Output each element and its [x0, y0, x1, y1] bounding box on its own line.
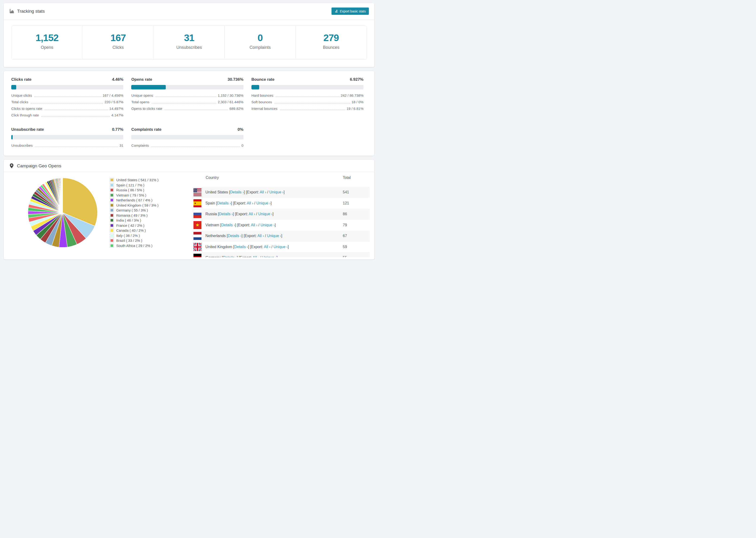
details-link[interactable]: Details ›: [217, 201, 231, 205]
export-all-link[interactable]: All ›: [253, 256, 259, 257]
geo-opens-card: Campaign Geo Opens United States ( 541 /…: [4, 160, 374, 259]
export-all-link[interactable]: All ›: [251, 223, 257, 227]
legend-swatch: [110, 188, 114, 192]
export-unique-link[interactable]: Unique ›: [267, 234, 281, 238]
rate-progress-bar: [11, 135, 123, 139]
dashboard-page: Tracking stats Export basic stats 1,152O…: [0, 0, 378, 262]
rate-stat-label: Total clicks: [11, 100, 28, 104]
country-name: Netherlands: [205, 234, 227, 238]
geo-table-row: Russia [Details ›] [Export: All › / Uniq…: [192, 209, 370, 220]
rate-stat-line: Unique clicks167 / 4.456%: [11, 93, 123, 98]
export-unique-link[interactable]: Unique ›: [256, 201, 270, 205]
export-all-link[interactable]: All ›: [247, 201, 253, 205]
summary-strip: 1,152Opens167Clicks31Unsubscribes0Compla…: [11, 26, 367, 60]
legend-swatch-fill: [111, 204, 113, 207]
rate-stat-line: Internal bounces19 / 6.81%: [251, 106, 363, 111]
dotted-leader: [34, 96, 101, 97]
rate-stat-value: 18 / 0%: [351, 100, 363, 104]
total-cell: 79: [343, 223, 370, 227]
summary-label: Clicks: [82, 45, 153, 50]
export-unique-link[interactable]: Unique ›: [274, 245, 288, 249]
details-link[interactable]: Details ›: [228, 234, 242, 238]
rate-title: Complaints rate: [131, 127, 161, 132]
legend-label: Brazil ( 33 / 2% ): [116, 239, 142, 242]
rate-progress-fill: [11, 135, 13, 139]
legend-label: Canada ( 40 / 2% ): [116, 228, 146, 232]
legend-item: Italy ( 36 / 2% ): [110, 233, 158, 238]
country-name: United Kingdom: [205, 245, 233, 249]
rate-stat-line: Click through rate4.147%: [11, 113, 123, 117]
details-link[interactable]: Details ›: [234, 245, 248, 249]
geo-table-row: United Kingdom [Details ›] [Export: All …: [192, 242, 370, 252]
legend-swatch-fill: [111, 194, 113, 196]
rate-block-unsubscribe-rate: Unsubscribe rate0.77%Unsubscribes31: [11, 127, 123, 148]
rate-progress-fill: [11, 85, 16, 89]
summary-label: Bounces: [296, 45, 366, 50]
rate-block-bounce-rate: Bounce rate6.927%Hard bounces242 / 86.73…: [251, 77, 363, 117]
geo-opens-table: CountryTotalUnited States [Details ›] [E…: [192, 172, 370, 257]
rate-stat-value: 167 / 4.456%: [103, 93, 123, 98]
country-cell: United Kingdom [Details ›] [Export: All …: [205, 245, 343, 249]
bar-chart-icon: [9, 9, 14, 14]
legend-swatch-fill: [111, 209, 113, 211]
legend-swatch: [110, 234, 114, 238]
export-all-link[interactable]: All ›: [264, 245, 270, 249]
vn-flag-icon: [193, 221, 201, 229]
export-all-link[interactable]: All ›: [257, 234, 264, 238]
legend-label: Italy ( 36 / 2% ): [116, 234, 140, 238]
legend-label: Romania ( 49 / 3% ): [116, 213, 147, 217]
rate-title: Unsubscribe rate: [11, 127, 44, 132]
total-cell: 86: [343, 212, 370, 216]
country-cell: United States [Details ›] [Export: All ›…: [205, 190, 343, 194]
rate-progress-bar: [131, 85, 243, 89]
rate-stat-label: Unique opens: [131, 93, 153, 98]
legend-swatch-fill: [111, 184, 113, 187]
dotted-leader: [151, 146, 240, 147]
rate-stat-value: 0: [242, 143, 243, 148]
rate-progress-bar: [11, 85, 123, 89]
legend-item: Romania ( 49 / 3% ): [110, 213, 158, 218]
export-unique-link[interactable]: Unique ›: [261, 223, 275, 227]
rate-stat-value: 31: [120, 143, 124, 148]
details-link[interactable]: Details ›: [223, 256, 237, 257]
rate-block-clicks-rate: Clicks rate4.46%Unique clicks167 / 4.456…: [11, 77, 123, 117]
legend-label: Russia ( 86 / 5% ): [116, 188, 144, 192]
details-link[interactable]: Details ›: [230, 190, 244, 194]
export-all-link[interactable]: All ›: [260, 190, 266, 194]
rate-stat-label: Internal bounces: [251, 106, 278, 111]
legend-swatch: [110, 193, 114, 197]
legend-swatch: [110, 239, 114, 242]
rates-card: Clicks rate4.46%Unique clicks167 / 4.456…: [4, 71, 374, 156]
summary-value: 0: [225, 32, 296, 43]
rate-lines: Unsubscribes31: [11, 143, 123, 148]
export-unique-link[interactable]: Unique ›: [262, 256, 276, 257]
country-cell: Russia [Details ›] [Export: All › / Uniq…: [205, 212, 343, 216]
legend-swatch: [110, 224, 114, 228]
export-all-link[interactable]: All ›: [249, 212, 255, 216]
legend-swatch: [110, 203, 114, 207]
rate-stat-label: Opens to clicks rate: [131, 106, 162, 111]
rate-stat-line: Total opens2,303 / 61.446%: [131, 100, 243, 104]
legend-swatch-fill: [111, 179, 113, 181]
details-link[interactable]: Details ›: [219, 212, 233, 216]
rate-block-complaints-rate: Complaints rate0%Complaints0: [131, 127, 243, 148]
details-link[interactable]: Details ›: [221, 223, 235, 227]
rate-lines: Hard bounces242 / 86.738%Soft bounces18 …: [251, 93, 363, 111]
summary-cell-opens: 1,152Opens: [12, 26, 82, 59]
rate-stat-label: Clicks to opens rate: [11, 106, 42, 111]
export-basic-stats-button[interactable]: Export basic stats: [332, 8, 369, 15]
export-unique-link[interactable]: Unique ›: [269, 190, 283, 194]
map-pin-icon: [9, 163, 14, 169]
legend-label: Vietnam ( 79 / 5% ): [116, 193, 146, 197]
legend-item: Brazil ( 33 / 2% ): [110, 238, 158, 243]
country-cell: Netherlands [Details ›] [Export: All › /…: [205, 234, 343, 238]
rate-stat-line: Unique opens1,152 / 30.736%: [131, 93, 243, 98]
geo-table-header: CountryTotal: [192, 176, 370, 187]
column-header-total: Total: [343, 176, 370, 180]
total-cell: 121: [343, 201, 370, 205]
gb-flag-icon: [193, 243, 201, 251]
rate-stat-value: 14.497%: [109, 106, 123, 111]
legend-item: United Kingdom ( 59 / 3% ): [110, 203, 158, 208]
export-unique-link[interactable]: Unique ›: [258, 212, 272, 216]
legend-label: Germany ( 55 / 3% ): [116, 208, 148, 212]
